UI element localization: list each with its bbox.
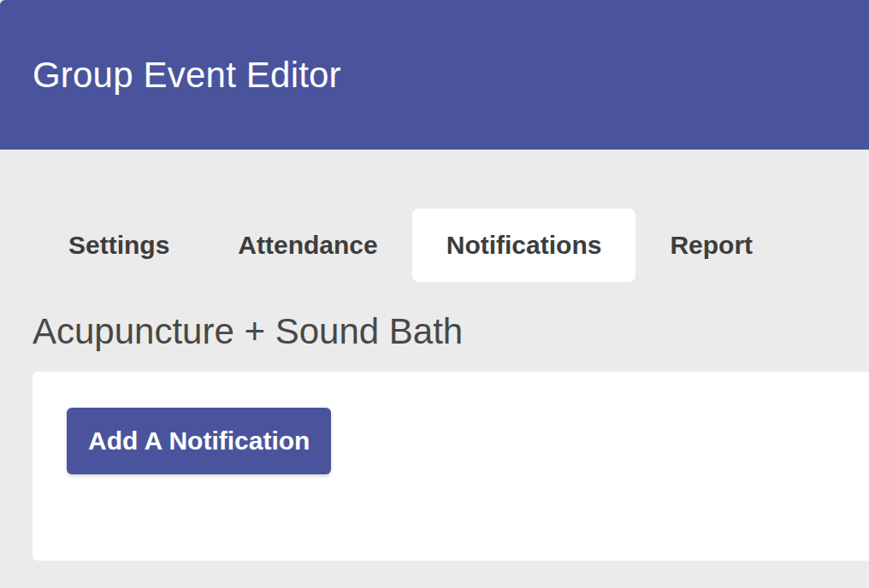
notifications-panel: Add A Notification — [33, 372, 869, 561]
tab-attendance[interactable]: Attendance — [204, 209, 411, 282]
add-notification-button[interactable]: Add A Notification — [67, 408, 331, 474]
tab-notifications[interactable]: Notifications — [412, 209, 636, 282]
header-bar: Group Event Editor — [0, 0, 869, 150]
page-title: Group Event Editor — [33, 55, 341, 96]
tab-bar: Settings Attendance Notifications Report — [34, 209, 869, 282]
tab-settings[interactable]: Settings — [34, 209, 204, 282]
event-title: Acupuncture + Sound Bath — [33, 311, 836, 352]
content-area: Settings Attendance Notifications Report… — [0, 150, 869, 588]
tab-report[interactable]: Report — [635, 209, 787, 282]
group-event-editor-window: Group Event Editor Settings Attendance N… — [0, 0, 869, 588]
